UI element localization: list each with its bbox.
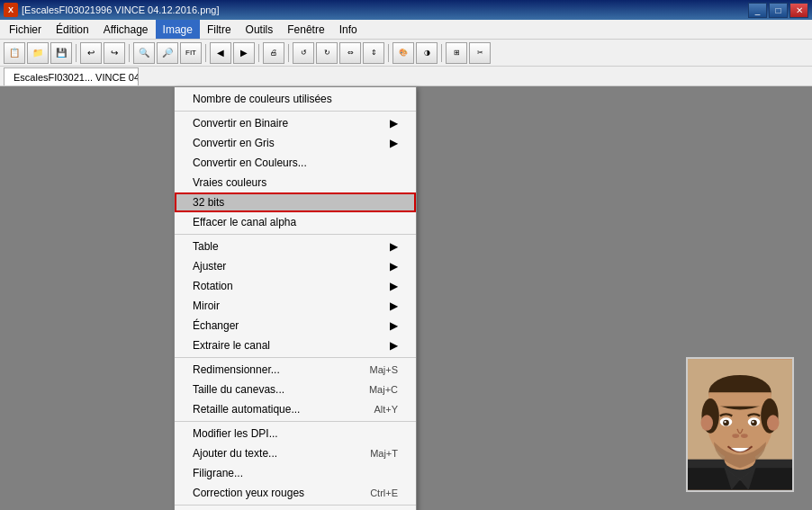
menu-echanger[interactable]: Échanger ▶ [175,316,416,336]
title-bar: X [EscalesFI03021996 VINCE 04.12.2016.pn… [0,0,812,20]
menu-miroir[interactable]: Miroir ▶ [175,296,416,316]
face-svg [688,357,792,492]
svg-point-14 [724,421,726,423]
menu-rotation[interactable]: Rotation ▶ [175,276,416,296]
menu-ajuster[interactable]: Ajuster ▶ [175,256,416,276]
toolbar-sep5 [288,44,289,62]
svg-point-16 [732,434,739,438]
maximize-button[interactable]: □ [769,3,788,18]
image-tab[interactable]: EscalesFI03021... VINCE 04.12... [4,67,139,85]
toolbar-zoom-out[interactable]: 🔎 [157,42,178,64]
svg-point-15 [752,421,753,423]
app-icon: X [4,3,18,17]
svg-point-12 [723,420,729,426]
svg-point-13 [751,420,757,426]
menu-outils[interactable]: Outils [239,20,281,39]
svg-point-9 [767,415,780,430]
toolbar-flip-v[interactable]: ⇕ [363,42,384,64]
close-button[interactable]: ✕ [789,3,808,18]
menu-effacer-canal-alpha[interactable]: Effacer le canal alpha [175,212,416,232]
toolbar-save[interactable]: 💾 [50,42,72,64]
menu-section-1: Nombre de couleurs utilisées [175,87,416,112]
svg-point-8 [701,415,714,430]
toolbar-open[interactable]: 📁 [27,42,49,64]
toolbar-grayscale[interactable]: ◑ [416,42,438,64]
tab-bar: EscalesFI03021... VINCE 04.12... [0,67,812,86]
arrow-icon: ▶ [381,339,398,352]
main-content: Nombre de couleurs utilisées Convertir e… [0,86,812,510]
svg-point-17 [741,434,748,438]
menu-redimensionner[interactable]: Redimensionner... Maj+S [175,360,416,380]
arrow-icon: ▶ [381,260,398,273]
arrow-icon: ▶ [381,137,398,149]
toolbar-print[interactable]: 🖨 [263,42,284,64]
toolbar-sep6 [388,44,389,62]
toolbar-sep1 [76,44,77,62]
menu-retaille-auto[interactable]: Retaille automatique... Alt+Y [175,399,416,419]
menu-section-5: Modifier les DPI... Ajouter du texte... … [175,422,416,506]
arrow-icon: ▶ [381,300,398,312]
toolbar-rotate-right[interactable]: ↻ [316,42,338,64]
menu-info[interactable]: Info [332,20,365,39]
toolbar-sep4 [258,44,259,62]
menu-section-6: Éditer la palette... Ctrl+M [175,506,416,510]
title-bar-buttons: _ □ ✕ [748,3,808,18]
toolbar-color[interactable]: 🎨 [392,42,414,64]
title-bar-text: [EscalesFI03021996 VINCE 04.12.2016.png] [22,4,748,15]
menu-nombre-couleurs[interactable]: Nombre de couleurs utilisées [175,89,416,109]
toolbar-zoom-in[interactable]: 🔍 [133,42,155,64]
arrow-icon: ▶ [381,280,398,292]
menu-affichage[interactable]: Affichage [96,20,156,39]
menu-ajouter-texte[interactable]: Ajouter du texte... Maj+T [175,443,416,463]
menu-convertir-couleurs[interactable]: Convertir en Couleurs... [175,153,416,173]
menu-filtre[interactable]: Filtre [200,20,239,39]
minimize-button[interactable]: _ [748,3,767,18]
toolbar-flip-h[interactable]: ⇔ [339,42,361,64]
menu-vraies-couleurs[interactable]: Vraies couleurs [175,173,416,192]
portrait-image [686,357,794,492]
toolbar-next[interactable]: ▶ [233,42,255,64]
menu-taille-canevas[interactable]: Taille du canevas... Maj+C [175,380,416,399]
menu-bar: Fichier Édition Affichage Image Filtre O… [0,20,812,40]
toolbar-sep7 [441,44,442,62]
menu-edition[interactable]: Édition [49,20,96,39]
menu-correction-yeux-rouges[interactable]: Correction yeux rouges Ctrl+E [175,483,416,503]
arrow-icon: ▶ [381,240,398,253]
menu-section-4: Redimensionner... Maj+S Taille du caneva… [175,358,416,422]
toolbar-redo[interactable]: ↪ [104,42,125,64]
toolbar-resize[interactable]: ⊞ [446,42,467,64]
toolbar-crop[interactable]: ✂ [469,42,491,64]
menu-convertir-gris[interactable]: Convertir en Gris ▶ [175,133,416,153]
menu-image[interactable]: Image [156,20,200,39]
svg-rect-5 [708,392,771,406]
toolbar: 📋 📁 💾 ↩ ↪ 🔍 🔎 FIT ◀ ▶ 🖨 ↺ ↻ ⇔ ⇕ 🎨 ◑ ⊞ ✂ [0,40,812,67]
toolbar-sep2 [129,44,130,62]
menu-convertir-binaire[interactable]: Convertir en Binaire ▶ [175,113,416,133]
toolbar-rotate-left[interactable]: ↺ [293,42,314,64]
menu-extraire-canal[interactable]: Extraire le canal ▶ [175,336,416,355]
arrow-icon: ▶ [381,319,398,332]
toolbar-prev[interactable]: ◀ [210,42,231,64]
arrow-icon: ▶ [381,117,398,130]
menu-filigrane[interactable]: Filigrane... [175,463,416,483]
menu-fenetre[interactable]: Fenêtre [280,20,331,39]
menu-fichier[interactable]: Fichier [2,20,49,39]
toolbar-new[interactable]: 📋 [4,42,25,64]
menu-modifier-dpi[interactable]: Modifier les DPI... [175,424,416,443]
menu-table[interactable]: Table ▶ [175,237,416,256]
menu-section-3: Table ▶ Ajuster ▶ Rotation ▶ Miroir ▶ Éc… [175,235,416,358]
menu-32bits[interactable]: 32 bits [175,192,416,212]
menu-section-2: Convertir en Binaire ▶ Convertir en Gris… [175,112,416,235]
toolbar-sep3 [205,44,206,62]
image-dropdown-menu: Nombre de couleurs utilisées Convertir e… [174,86,417,510]
toolbar-zoom-fit[interactable]: FIT [180,42,202,64]
toolbar-undo[interactable]: ↩ [80,42,102,64]
